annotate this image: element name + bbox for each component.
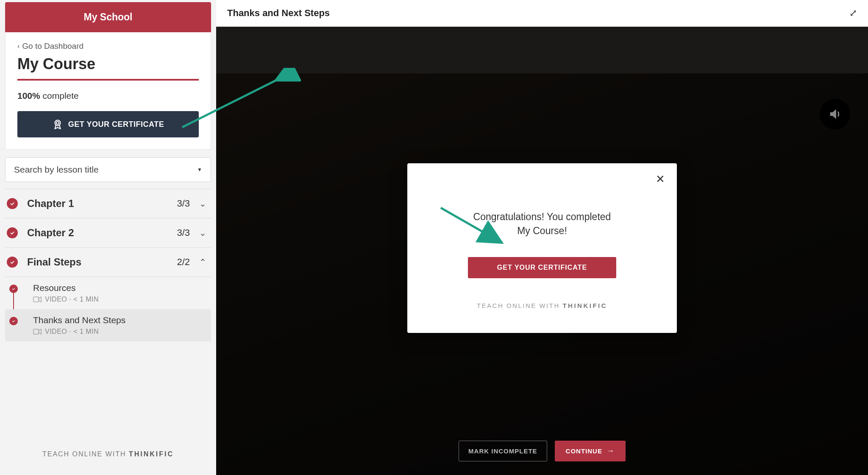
certificate-ribbon-icon — [52, 119, 63, 130]
svg-point-1 — [56, 122, 59, 125]
chevron-down-icon: ⌄ — [198, 198, 207, 209]
lesson-meta-text: VIDEO · < 1 MIN — [45, 296, 99, 303]
chevron-down-icon: ⌄ — [198, 228, 207, 238]
check-complete-icon — [7, 227, 18, 238]
school-header: My School — [5, 2, 211, 32]
mark-incomplete-button[interactable]: MARK INCOMPLETE — [459, 441, 547, 461]
topbar: Thanks and Next Steps ⤢ — [216, 0, 868, 27]
lesson-title: Thanks and Next Steps — [33, 315, 125, 325]
lesson-title: Resources — [33, 283, 99, 293]
lesson-list: Resources VIDEO · < 1 MIN Thanks and Nex… — [5, 277, 211, 341]
close-modal-button[interactable]: ✕ — [656, 173, 665, 184]
lesson-meta: VIDEO · < 1 MIN — [33, 296, 99, 303]
modal-get-certificate-button[interactable]: GET YOUR CERTIFICATE — [468, 257, 616, 278]
svg-rect-3 — [33, 329, 39, 334]
chevron-up-icon: ⌃ — [198, 257, 207, 267]
svg-point-0 — [55, 120, 60, 126]
search-lessons-dropdown[interactable]: Search by lesson title ▼ — [5, 157, 211, 182]
modal-footer-prefix: TEACH ONLINE WITH — [477, 302, 563, 309]
main: Thanks and Next Steps ⤢ ✕ Congratulation… — [216, 0, 868, 475]
lesson-row[interactable]: Thanks and Next Steps VIDEO · < 1 MIN — [5, 309, 211, 341]
speaker-icon — [828, 107, 842, 121]
dropdown-triangle-icon: ▼ — [197, 167, 202, 173]
get-certificate-label: GET YOUR CERTIFICATE — [68, 120, 164, 129]
chapter-name: Chapter 1 — [27, 198, 177, 210]
modal-footer-brand: THINKIFIC — [562, 302, 607, 309]
progress-percent: 100% — [17, 91, 40, 101]
continue-button[interactable]: CONTINUE → — [555, 441, 626, 461]
check-complete-icon — [7, 198, 18, 209]
search-placeholder: Search by lesson title — [14, 165, 99, 175]
course-card: ‹ Go to Dashboard My Course 100% complet… — [5, 32, 211, 150]
back-to-dashboard-label: Go to Dashboard — [22, 42, 83, 51]
chapter-progress-count: 3/3 — [177, 227, 190, 238]
expand-fullscreen-icon[interactable]: ⤢ — [849, 8, 857, 19]
lesson-meta-text: VIDEO · < 1 MIN — [45, 328, 99, 335]
chapter-progress-count: 3/3 — [177, 198, 190, 209]
close-icon: ✕ — [656, 173, 665, 185]
svg-rect-2 — [33, 297, 39, 302]
footer-prefix: TEACH ONLINE WITH — [42, 450, 129, 458]
continue-label: CONTINUE — [566, 447, 602, 455]
lesson-meta: VIDEO · < 1 MIN — [33, 328, 125, 335]
bottom-action-bar: MARK INCOMPLETE CONTINUE → — [216, 430, 868, 475]
completion-modal: ✕ Congratulations! You completed My Cour… — [407, 163, 677, 333]
chapter-name: Chapter 2 — [27, 227, 177, 239]
modal-message: Congratulations! You completed My Course… — [466, 210, 618, 238]
chapter-list: Chapter 1 3/3 ⌄ Chapter 2 3/3 ⌄ Final St… — [5, 189, 211, 341]
chapter-progress-count: 2/2 — [177, 257, 190, 268]
lesson-row[interactable]: Resources VIDEO · < 1 MIN — [5, 277, 211, 309]
chapter-row[interactable]: Chapter 1 3/3 ⌄ — [5, 189, 211, 218]
arrow-right-icon: → — [606, 447, 615, 455]
video-icon — [33, 296, 42, 302]
content-area: ✕ Congratulations! You completed My Cour… — [216, 27, 868, 475]
course-title: My Course — [17, 55, 199, 73]
modal-footer: TEACH ONLINE WITH THINKIFIC — [431, 302, 653, 309]
back-to-dashboard-link[interactable]: ‹ Go to Dashboard — [17, 42, 199, 51]
progress-word: complete — [43, 91, 79, 101]
sidebar-footer: TEACH ONLINE WITH THINKIFIC — [5, 438, 211, 475]
chapter-row[interactable]: Final Steps 2/2 ⌃ — [5, 248, 211, 277]
progress-bar — [17, 79, 199, 81]
page-title: Thanks and Next Steps — [227, 8, 330, 19]
get-certificate-button[interactable]: GET YOUR CERTIFICATE — [17, 111, 199, 137]
progress-text: 100% complete — [17, 91, 199, 101]
video-icon — [33, 329, 42, 335]
check-complete-icon — [7, 257, 18, 268]
chapter-row[interactable]: Chapter 2 3/3 ⌄ — [5, 218, 211, 248]
check-complete-icon — [9, 317, 18, 325]
mute-toggle-button[interactable] — [820, 99, 850, 129]
chapter-name: Final Steps — [27, 256, 177, 268]
chevron-left-icon: ‹ — [17, 42, 19, 50]
footer-brand: THINKIFIC — [129, 450, 174, 458]
sidebar: My School ‹ Go to Dashboard My Course 10… — [0, 0, 216, 475]
